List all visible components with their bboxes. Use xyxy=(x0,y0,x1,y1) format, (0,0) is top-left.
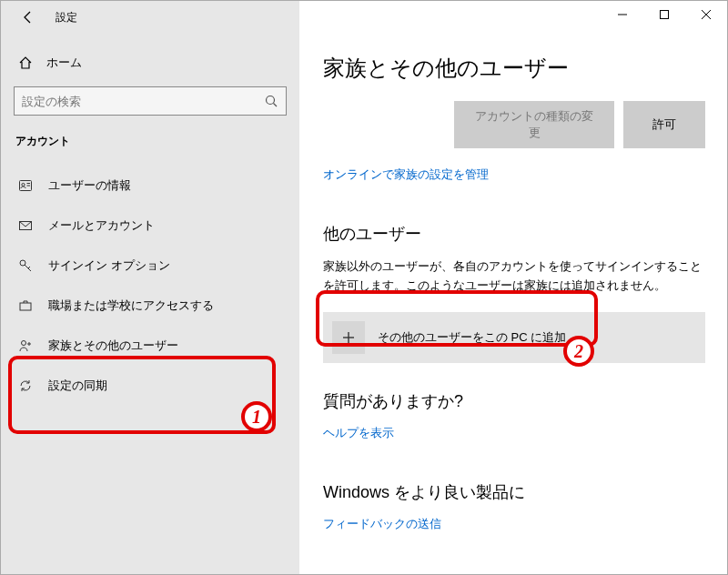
add-user-icon xyxy=(17,338,34,353)
nav-item-user-info[interactable]: ユーザーの情報 xyxy=(1,166,299,206)
nav-label: メールとアカウント xyxy=(48,217,155,234)
nav-label: サインイン オプション xyxy=(48,257,170,274)
nav-item-family-users[interactable]: 家族とその他のユーザー xyxy=(1,326,299,366)
maximize-button[interactable] xyxy=(643,1,685,28)
search-input[interactable] xyxy=(22,95,264,108)
nav-label: ユーザーの情報 xyxy=(48,177,131,194)
nav-item-work-school[interactable]: 職場または学校にアクセスする xyxy=(1,286,299,326)
mail-icon xyxy=(17,218,34,233)
home-label: ホーム xyxy=(46,55,82,71)
question-heading: 質問がありますか? xyxy=(323,390,705,412)
nav-item-email-accounts[interactable]: メールとアカウント xyxy=(1,206,299,246)
svg-rect-8 xyxy=(20,303,31,310)
other-users-heading: 他のユーザー xyxy=(323,223,705,245)
svg-rect-13 xyxy=(661,11,669,19)
search-icon xyxy=(264,94,278,108)
section-header-accounts: アカウント xyxy=(1,116,299,155)
page-title: 家族とその他のユーザー xyxy=(323,54,705,83)
user-badge-icon xyxy=(17,178,34,193)
close-button[interactable] xyxy=(685,1,727,28)
window-title: 設定 xyxy=(56,10,77,25)
back-button[interactable] xyxy=(17,6,39,28)
nav-label: 設定の同期 xyxy=(48,378,107,394)
plus-icon xyxy=(332,321,365,354)
nav-item-signin-options[interactable]: サインイン オプション xyxy=(1,246,299,286)
home-link[interactable]: ホーム xyxy=(1,45,299,81)
svg-point-3 xyxy=(22,183,25,186)
feedback-link[interactable]: フィードバックの送信 xyxy=(323,516,705,532)
sync-icon xyxy=(17,378,34,393)
search-box[interactable] xyxy=(14,86,287,116)
nav-label: 家族とその他のユーザー xyxy=(48,338,178,354)
minimize-button[interactable] xyxy=(602,1,643,28)
key-icon xyxy=(17,258,34,273)
svg-line-1 xyxy=(274,104,278,107)
improve-windows-heading: Windows をより良い製品に xyxy=(323,481,705,503)
briefcase-icon xyxy=(17,298,34,313)
svg-point-9 xyxy=(22,341,26,346)
allow-button[interactable]: 許可 xyxy=(623,101,705,148)
nav-item-sync-settings[interactable]: 設定の同期 xyxy=(1,366,299,406)
other-users-description: 家族以外のユーザーが、各自のアカウントを使ってサインインすることを許可します。こ… xyxy=(323,257,705,296)
home-icon xyxy=(17,55,34,70)
manage-family-online-link[interactable]: オンラインで家族の設定を管理 xyxy=(323,166,705,183)
nav-label: 職場または学校にアクセスする xyxy=(48,298,214,314)
add-other-user-row[interactable]: その他のユーザーをこの PC に追加 xyxy=(323,312,705,363)
help-link[interactable]: ヘルプを表示 xyxy=(323,425,705,441)
change-account-type-button[interactable]: アカウントの種類の変更 xyxy=(454,101,614,148)
svg-point-0 xyxy=(267,96,275,105)
add-other-user-label: その他のユーザーをこの PC に追加 xyxy=(378,329,566,346)
